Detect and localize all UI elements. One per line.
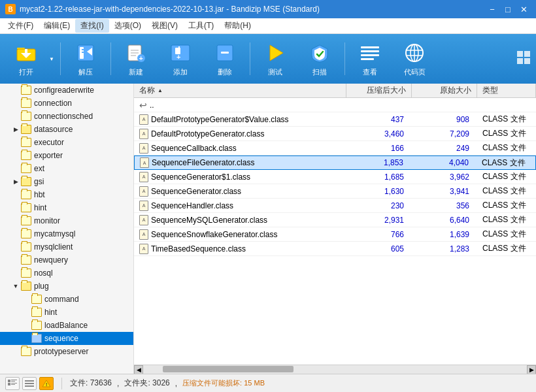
tree-item-nosql[interactable]: nosql: [0, 267, 133, 280]
add-button[interactable]: + 添加: [159, 38, 201, 80]
tree-expand-executor[interactable]: [10, 137, 21, 148]
tree-expand-command[interactable]: [21, 294, 31, 304]
delete-button[interactable]: 删除: [204, 38, 246, 80]
header-type[interactable]: 类型: [477, 84, 536, 97]
close-button[interactable]: ✕: [516, 2, 531, 16]
svg-rect-39: [8, 383, 10, 385]
tree-item-mysqlclient[interactable]: mysqlclient: [0, 240, 133, 253]
scan-button[interactable]: 扫描: [299, 38, 341, 80]
tree-expand-mycatmysql[interactable]: [10, 229, 21, 239]
open-dropdown[interactable]: ▼: [47, 38, 56, 80]
file-row-2[interactable]: A SequenceCallback.class 166 249 CLASS 文…: [134, 141, 536, 155]
tree-item-configreaderwrite[interactable]: configreaderwrite: [0, 84, 133, 97]
tree-item-gsi[interactable]: ▶ gsi: [0, 175, 133, 188]
tree-expand-connectionsched[interactable]: [10, 111, 21, 122]
file-row-9[interactable]: A TimeBasedSequence.class 605 1,283 CLAS…: [134, 242, 536, 256]
window-controls: − □ ✕: [485, 2, 531, 16]
status-detail-view-btn[interactable]: [5, 377, 20, 390]
new-button[interactable]: + 新建: [115, 38, 157, 80]
divider-4: [344, 42, 345, 75]
scroll-thumb[interactable]: [163, 366, 293, 372]
menu-edit[interactable]: 编辑(E): [39, 19, 75, 33]
extract-button[interactable]: 解压: [65, 38, 107, 80]
tree-item-hint[interactable]: hint: [0, 201, 133, 214]
tree-expand-gsi[interactable]: ▶: [10, 176, 21, 187]
file-list-container[interactable]: 名称 ▲ 压缩后大小 原始大小 类型 ↩ ..: [134, 84, 536, 365]
tree-item-hbt[interactable]: hbt: [0, 188, 133, 201]
svg-rect-43: [25, 383, 34, 384]
tree-item-prototypeserver[interactable]: prototypeserver: [0, 345, 133, 358]
tree-item-exporter[interactable]: exporter: [0, 149, 133, 162]
tree-expand-ext[interactable]: [10, 163, 21, 174]
tree-expand-monitor[interactable]: [10, 216, 21, 226]
view-button[interactable]: 查看: [349, 38, 391, 80]
header-original[interactable]: 原始大小: [412, 84, 477, 97]
tree-item-hint2[interactable]: hint: [0, 306, 133, 319]
menu-view[interactable]: 视图(V): [146, 19, 183, 33]
tree-expand-mysqlclient[interactable]: [10, 242, 21, 252]
tree-expand-newquery[interactable]: [10, 255, 21, 265]
divider-3: [250, 42, 250, 75]
tree-item-command[interactable]: command: [0, 293, 133, 306]
status-warning-btn[interactable]: !: [39, 377, 54, 390]
tree-expand-prototypeserver[interactable]: [10, 346, 21, 357]
file-name-6: SequenceHandler.class: [151, 201, 233, 210]
tree-expand-nosql[interactable]: [10, 268, 21, 278]
tree-item-datasource[interactable]: ▶ datasource: [0, 123, 133, 136]
scroll-right-button[interactable]: ▶: [527, 365, 536, 374]
file-row-1[interactable]: A DefaultPrototypeGenerator.class 3,460 …: [134, 127, 536, 141]
scroll-track[interactable]: [143, 365, 527, 374]
tree-item-connectionsched[interactable]: connectionsched: [0, 110, 133, 123]
menu-tools[interactable]: 工具(T): [183, 19, 219, 33]
tree-expand-configreaderwrite[interactable]: [10, 85, 21, 95]
file-row-parent[interactable]: ↩ ..: [134, 98, 536, 112]
tree-expand-exporter[interactable]: [10, 150, 21, 161]
header-compressed[interactable]: 压缩后大小: [346, 84, 412, 97]
menu-options[interactable]: 选项(O): [109, 19, 146, 33]
compressed-4: 1,685: [346, 172, 412, 182]
codepage-button[interactable]: 代码页: [394, 38, 435, 80]
file-row-3[interactable]: A SequenceFileGenerator.class 1,853 4,04…: [134, 155, 536, 170]
add-icon: +: [169, 41, 192, 65]
tree-expand-datasource[interactable]: ▶: [10, 124, 21, 135]
tree-expand-loadbalance[interactable]: [21, 320, 31, 331]
maximize-button[interactable]: □: [501, 2, 515, 16]
tree-item-plug[interactable]: ▼ plug: [0, 280, 133, 293]
tree-item-sequence[interactable]: sequence: [0, 332, 133, 345]
file-row-7[interactable]: A SequenceMySQLGenerator.class 2,931 6,6…: [134, 213, 536, 227]
scroll-left-button[interactable]: ◀: [134, 365, 143, 374]
svg-rect-36: [8, 380, 10, 382]
minimize-button[interactable]: −: [485, 2, 499, 16]
open-button[interactable]: 打开: [5, 38, 47, 80]
tree-expand-hint2[interactable]: [21, 307, 31, 318]
menu-file[interactable]: 文件(F): [3, 19, 39, 33]
grid-view-icon[interactable]: [516, 50, 531, 68]
svg-rect-38: [11, 381, 15, 382]
folder-icon-plug: [21, 282, 31, 291]
tree-item-loadbalance[interactable]: loadBalance: [0, 319, 133, 332]
tree-item-monitor[interactable]: monitor: [0, 214, 133, 227]
tree-expand-plug[interactable]: ▼: [10, 281, 21, 291]
file-row-5[interactable]: A SequenceGenerator.class 1,630 3,941 CL…: [134, 184, 536, 199]
class-file-icon-6: A: [139, 201, 148, 211]
file-row-8[interactable]: A SequenceSnowflakeGenerator.class 766 1…: [134, 227, 536, 242]
tree-expand-connection[interactable]: [10, 98, 21, 108]
tree-item-executor[interactable]: executor: [0, 136, 133, 149]
test-button[interactable]: 测试: [254, 38, 296, 80]
status-list-view-btn[interactable]: [22, 377, 37, 390]
tree-item-newquery[interactable]: newquery: [0, 253, 133, 267]
toolbar-right: [516, 50, 531, 68]
tree-item-ext[interactable]: ext: [0, 162, 133, 175]
tree-item-connection[interactable]: connection: [0, 97, 133, 110]
tree-expand-sequence[interactable]: [21, 333, 31, 344]
tree-item-mycatmysql[interactable]: mycatmysql: [0, 227, 133, 240]
file-row-6[interactable]: A SequenceHandler.class 230 356 CLASS 文件: [134, 199, 536, 213]
header-name[interactable]: 名称 ▲: [134, 84, 346, 97]
menu-help[interactable]: 帮助(H): [219, 19, 256, 33]
menu-find[interactable]: 查找(I): [75, 19, 109, 33]
file-row-0[interactable]: A DefaultPrototypeGenerator$Value.class …: [134, 112, 536, 127]
tree-expand-hint[interactable]: [10, 203, 21, 213]
file-row-4[interactable]: A SequenceGenerator$1.class 1,685 3,962 …: [134, 170, 536, 184]
horizontal-scrollbar[interactable]: ◀ ▶: [134, 365, 536, 374]
tree-expand-hbt[interactable]: [10, 189, 21, 200]
